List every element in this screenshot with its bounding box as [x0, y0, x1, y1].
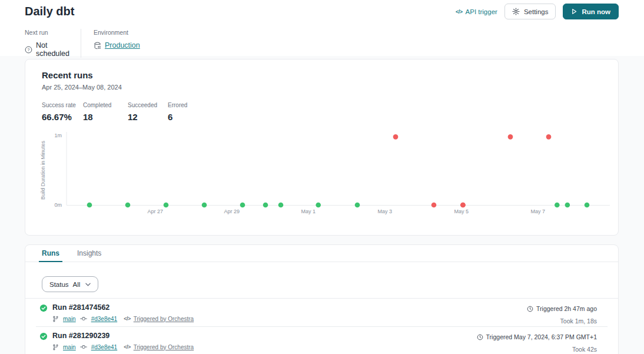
- success-check-icon: [39, 304, 48, 326]
- job-meta: Next run ? Not scheduled Environment: [25, 29, 644, 58]
- branch-link[interactable]: main: [63, 316, 76, 322]
- recent-runs-card: Recent runs Apr 25, 2024–May 08, 2024 Su…: [25, 59, 619, 236]
- x-tick-label: May 3: [378, 209, 393, 214]
- success-check-icon: [39, 332, 48, 354]
- run-row-1[interactable]: Run #281474562 main #d3e8e41 </> Trigger…: [25, 299, 618, 326]
- clock-icon: [527, 306, 533, 312]
- environment-link[interactable]: Production: [105, 41, 140, 49]
- filter-row: Status All: [25, 262, 618, 298]
- clock-icon: [477, 334, 483, 340]
- build-duration-chart: 0m1mBuild Duration in MinutesApr 27Apr 2…: [25, 129, 618, 226]
- environment-database-icon: [94, 42, 101, 49]
- run-title: Run #281290239: [52, 332, 194, 340]
- run-dot-succeeded[interactable]: [355, 203, 360, 208]
- run-dot-succeeded[interactable]: [164, 203, 169, 208]
- git-branch-icon: [52, 316, 59, 322]
- status-filter-dropdown[interactable]: Status All: [42, 276, 98, 292]
- environment-label: Environment: [94, 29, 140, 36]
- trigger-source-link[interactable]: Triggered by Orchestra: [134, 316, 194, 322]
- x-tick-label: Apr 29: [224, 209, 240, 214]
- x-tick-label: May 7: [531, 209, 546, 214]
- header-actions: </> API trigger Settings Run: [456, 4, 619, 19]
- y-tick-label: 0m: [54, 202, 62, 208]
- code-icon: </>: [456, 9, 463, 15]
- question-circle-icon: ?: [25, 46, 32, 54]
- commit-link[interactable]: #d3e8e41: [91, 344, 118, 350]
- x-tick-label: May 1: [301, 209, 316, 214]
- runs-list: Run #281474562 main #d3e8e41 </> Trigger…: [25, 299, 618, 354]
- stat-succeeded: Succeeded 12: [128, 102, 168, 122]
- run-dot-succeeded[interactable]: [125, 203, 131, 208]
- run-now-button[interactable]: Run now: [563, 4, 619, 19]
- stat-completed: Completed 18: [83, 102, 128, 122]
- svg-text:?: ?: [28, 48, 30, 52]
- x-tick-label: May 5: [454, 209, 469, 214]
- run-dot-errored[interactable]: [508, 134, 513, 140]
- chevron-down-icon: [85, 283, 91, 286]
- page-header: Daily dbt </> API trigger Settings: [0, 0, 644, 56]
- git-commit-icon: [80, 315, 87, 322]
- tab-runs[interactable]: Runs: [39, 245, 62, 262]
- tab-insights[interactable]: Insights: [74, 245, 104, 262]
- run-dot-succeeded[interactable]: [240, 203, 245, 208]
- page-title: Daily dbt: [25, 5, 74, 18]
- run-dot-succeeded[interactable]: [565, 203, 570, 208]
- run-dot-succeeded[interactable]: [263, 203, 268, 208]
- api-trigger-link[interactable]: </> API trigger: [456, 8, 497, 15]
- run-duration-text: Took 42s: [477, 346, 597, 353]
- y-tick-label: 1m: [54, 133, 62, 138]
- recent-runs-stats: Success rate 66.67% Completed 18 Succeed…: [42, 102, 602, 122]
- run-dot-succeeded[interactable]: [555, 203, 560, 208]
- run-duration-text: Took 1m, 18s: [527, 317, 597, 325]
- trigger-source-link[interactable]: Triggered by Orchestra: [134, 344, 194, 350]
- next-run-label: Next run: [25, 29, 81, 36]
- settings-label: Settings: [524, 8, 549, 15]
- code-icon: </>: [124, 316, 131, 322]
- git-commit-icon: [80, 343, 87, 350]
- commit-link[interactable]: #d3e8e41: [91, 316, 118, 322]
- run-dot-errored[interactable]: [460, 203, 466, 208]
- run-dot-succeeded[interactable]: [316, 203, 321, 208]
- run-triggered-text: Triggered May 7, 2024, 6:37 PM GMT+1: [486, 333, 597, 340]
- next-run-value: Not scheduled: [36, 41, 81, 58]
- status-filter-label: Status: [49, 281, 69, 288]
- y-axis-label: Build Duration in Minutes: [40, 140, 46, 200]
- settings-button[interactable]: Settings: [504, 4, 556, 19]
- run-dot-errored[interactable]: [393, 134, 399, 140]
- run-row-2[interactable]: Run #281290239 main #d3e8e41 </> Trigger…: [25, 327, 618, 354]
- api-trigger-label: API trigger: [466, 8, 497, 15]
- run-title: Run #281474562: [52, 303, 194, 312]
- branch-link[interactable]: main: [63, 344, 76, 350]
- play-icon: [571, 8, 577, 15]
- code-icon: </>: [124, 344, 131, 350]
- runs-card: Runs Insights Status All: [25, 244, 619, 354]
- recent-runs-date-range: Apr 25, 2024–May 08, 2024: [42, 84, 602, 91]
- git-branch-icon: [52, 344, 59, 350]
- run-dot-succeeded[interactable]: [202, 203, 207, 208]
- stat-errored: Errored 6: [168, 102, 187, 122]
- run-now-label: Run now: [582, 8, 610, 15]
- status-filter-value: All: [73, 281, 81, 288]
- tab-bar: Runs Insights: [25, 245, 618, 262]
- gear-icon: [512, 8, 520, 15]
- run-dot-succeeded[interactable]: [87, 203, 92, 208]
- run-dot-succeeded[interactable]: [278, 203, 284, 208]
- run-dot-succeeded[interactable]: [585, 203, 590, 208]
- run-dot-errored[interactable]: [546, 134, 552, 140]
- recent-runs-title: Recent runs: [42, 70, 602, 80]
- x-tick-label: Apr 27: [148, 209, 164, 214]
- run-dot-errored[interactable]: [431, 203, 437, 208]
- run-triggered-text: Triggered 2h 47m ago: [536, 305, 597, 312]
- stat-success-rate: Success rate 66.67%: [42, 102, 83, 122]
